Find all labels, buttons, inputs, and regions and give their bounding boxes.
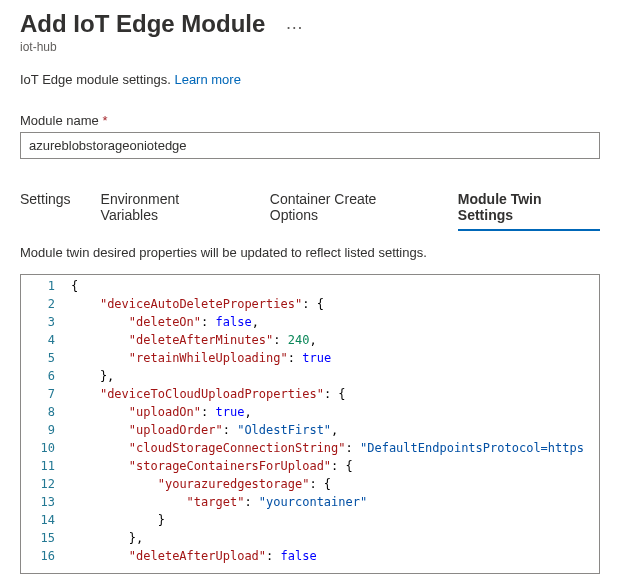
learn-more-link[interactable]: Learn more [174, 72, 240, 87]
module-name-label: Module name * [20, 113, 600, 128]
tab-description: Module twin desired properties will be u… [20, 245, 600, 260]
module-name-input[interactable] [20, 132, 600, 159]
required-asterisk: * [102, 113, 107, 128]
tab-module-twin-settings[interactable]: Module Twin Settings [458, 187, 600, 231]
line-gutter: 12345678910111213141516 [21, 275, 65, 573]
breadcrumb: iot-hub [20, 40, 600, 54]
code-area[interactable]: { "deviceAutoDeleteProperties": { "delet… [65, 275, 599, 573]
help-text: IoT Edge module settings. Learn more [20, 72, 600, 87]
tab-settings[interactable]: Settings [20, 187, 71, 231]
json-editor[interactable]: 12345678910111213141516 { "deviceAutoDel… [20, 274, 600, 574]
more-icon[interactable]: … [285, 13, 304, 38]
tab-environment-variables[interactable]: Environment Variables [101, 187, 240, 231]
help-prefix: IoT Edge module settings. [20, 72, 174, 87]
tab-container-create-options[interactable]: Container Create Options [270, 187, 428, 231]
tab-bar: SettingsEnvironment VariablesContainer C… [20, 187, 600, 231]
page-title: Add IoT Edge Module [20, 10, 265, 38]
